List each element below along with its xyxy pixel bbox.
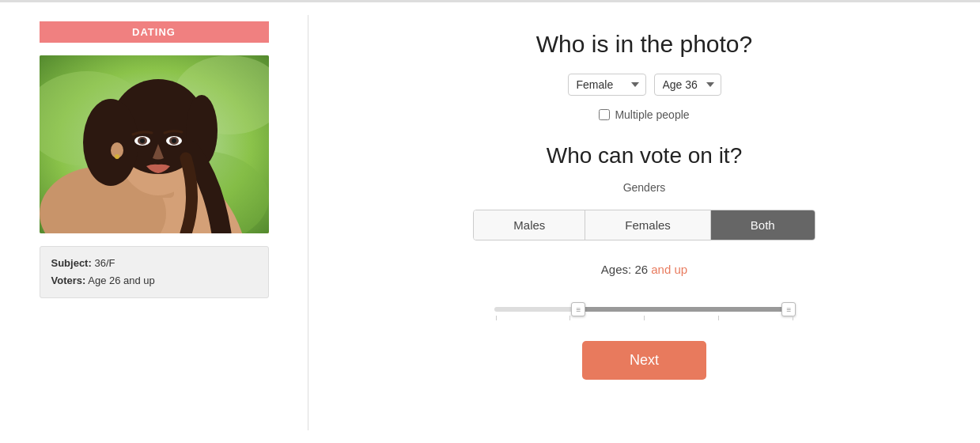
svg-point-9 — [83, 99, 138, 186]
photo-placeholder — [40, 55, 269, 233]
tick-marks — [494, 316, 795, 320]
voters-info: Voters: Age 26 and up — [51, 272, 257, 290]
photo-controls: Female Male Unknown Age 18 Age 20 Age 25… — [568, 74, 721, 96]
vote-question-title: Who can vote on it? — [547, 143, 742, 168]
main-layout: DATING — [0, 2, 980, 443]
ages-label: Ages: 26 and up — [601, 263, 687, 276]
multiple-people-checkbox[interactable] — [599, 109, 610, 120]
males-button[interactable]: Males — [474, 210, 585, 240]
svg-point-13 — [140, 138, 145, 143]
tick-4 — [718, 316, 719, 320]
subject-value: 36/F — [94, 257, 115, 269]
subject-label: Subject: — [51, 257, 92, 269]
sidebar: DATING — [0, 15, 308, 430]
tick-1 — [496, 316, 497, 320]
next-button[interactable]: Next — [582, 341, 706, 380]
voters-value: Age 26 and up — [88, 275, 155, 286]
photo-container — [40, 55, 269, 233]
gender-select[interactable]: Female Male Unknown — [568, 74, 646, 96]
ages-suffix: and up — [651, 263, 687, 276]
info-box: Subject: 36/F Voters: Age 26 and up — [40, 246, 269, 298]
gender-button-group: Males Females Both — [473, 210, 815, 240]
range-thumb-max[interactable] — [781, 302, 796, 316]
range-fill — [578, 307, 789, 312]
subject-photo — [40, 55, 269, 233]
subject-info: Subject: 36/F — [51, 255, 257, 272]
category-badge: DATING — [40, 21, 269, 43]
females-button[interactable]: Females — [585, 210, 711, 240]
photo-question-title: Who is in the photo? — [536, 31, 753, 58]
genders-label: Genders — [623, 181, 666, 194]
age-range-container — [494, 293, 795, 325]
both-button[interactable]: Both — [711, 210, 815, 240]
svg-point-18 — [115, 154, 119, 159]
multiple-people-row: Multiple people — [599, 108, 689, 121]
tick-3 — [644, 316, 645, 320]
voters-label: Voters: — [51, 275, 86, 286]
age-select[interactable]: Age 18 Age 20 Age 25 Age 30 Age 36 Age 4… — [654, 74, 721, 96]
tick-2 — [569, 316, 570, 320]
tick-5 — [793, 316, 793, 320]
multiple-people-label[interactable]: Multiple people — [615, 108, 689, 121]
range-thumb-min[interactable] — [571, 302, 585, 316]
content-area: Who is in the photo? Female Male Unknown… — [308, 15, 980, 430]
svg-point-16 — [172, 138, 176, 143]
